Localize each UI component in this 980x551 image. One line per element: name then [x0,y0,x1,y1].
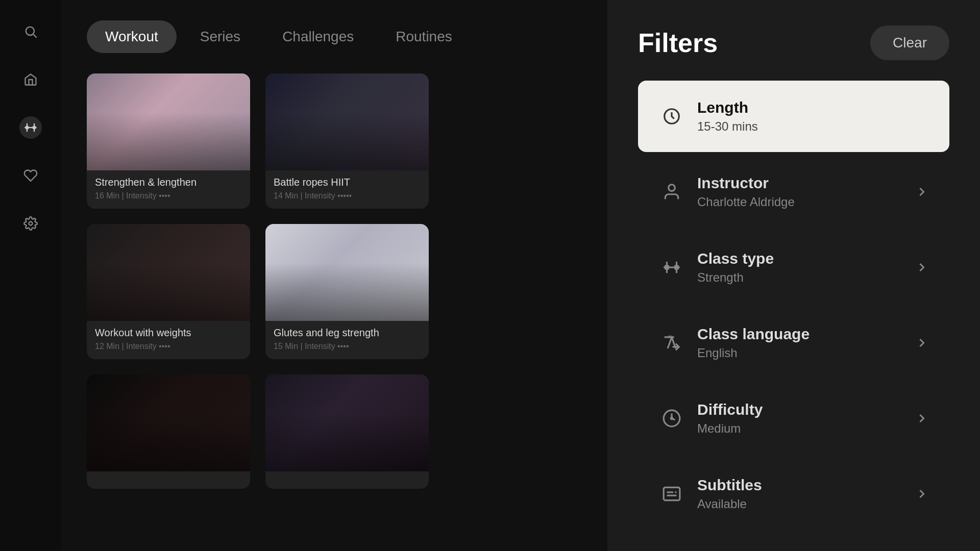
workout-card[interactable]: Battle ropes HIIT 14 Min | Intensity •••… [265,73,429,209]
svg-point-7 [29,222,33,226]
sidebar [0,0,61,551]
filter-item-title: Subtitles [697,477,915,494]
filter-item-subtitles[interactable]: Subtitles Available [638,458,949,530]
filter-header: Filters Clear [638,26,949,60]
clock-icon [658,103,685,130]
filter-item-subtitle: Charlotte Aldridge [697,195,915,209]
card-title: Workout with weights [95,327,242,339]
main-content: Workout Series Challenges Routines Stren… [61,0,607,551]
chevron-right-icon [915,336,929,350]
svg-point-9 [669,185,675,191]
chevron-right-icon [915,411,929,425]
chevron-right-icon [915,185,929,199]
card-image [87,374,250,471]
card-image [265,224,429,321]
filter-item-instructor[interactable]: Instructor Charlotte Aldridge [638,156,949,228]
svg-point-15 [671,417,672,419]
card-title: Strengthen & lengthen [95,177,242,188]
translate-icon [658,330,685,356]
filter-item-title: Difficulty [697,401,915,418]
heart-icon[interactable] [19,164,42,187]
chevron-right-icon [915,260,929,274]
workout-icon[interactable] [19,116,42,139]
card-image [87,224,250,321]
svg-point-0 [26,27,34,35]
settings-icon[interactable] [19,212,42,235]
filter-item-length[interactable]: Length 15-30 mins [638,81,949,152]
card-info: Glutes and leg strength 15 Min | Intensi… [265,321,429,359]
filter-item-subtitle: Available [697,497,915,511]
workout-grid: Strengthen & lengthen 16 Min | Intensity… [87,73,582,489]
card-info: Battle ropes HIIT 14 Min | Intensity •••… [265,170,429,209]
filter-item-subtitle: Strength [697,270,915,285]
tab-workout[interactable]: Workout [87,20,177,53]
filter-item-subtitle: Medium [697,421,915,436]
card-meta: 16 Min | Intensity •••• [95,191,242,201]
filter-item-subtitle: English [697,346,915,360]
person-icon [658,179,685,205]
filter-item-subtitle: 15-30 mins [697,119,929,134]
filter-item-title: Length [697,99,929,116]
chevron-right-icon [915,487,929,501]
filter-item-title: Class language [697,325,915,343]
svg-line-1 [33,34,36,37]
workout-card[interactable] [87,374,250,489]
tab-challenges[interactable]: Challenges [264,20,372,53]
filter-item-difficulty[interactable]: Difficulty Medium [638,383,949,454]
card-image [87,73,250,170]
filter-item-title: Instructor [697,174,915,192]
card-info: Workout with weights 12 Min | Intensity … [87,321,250,359]
gauge-icon [658,405,685,432]
filter-item-class-language[interactable]: Class language English [638,307,949,379]
tab-bar: Workout Series Challenges Routines [87,20,582,53]
card-title: Battle ropes HIIT [274,177,421,188]
card-image [265,374,429,471]
workout-card[interactable]: Workout with weights 12 Min | Intensity … [87,224,250,359]
card-meta: 14 Min | Intensity ••••• [274,191,421,201]
dumbbell-icon [658,254,685,281]
card-image [265,73,429,170]
workout-card[interactable] [265,374,429,489]
filter-item-title: Class type [697,250,915,267]
filter-item-class-type[interactable]: Class type Strength [638,232,949,303]
card-meta: 12 Min | Intensity •••• [95,342,242,351]
home-icon[interactable] [19,68,42,91]
card-info [87,471,250,489]
card-info [265,471,429,489]
filter-title: Filters [638,28,718,58]
workout-card[interactable]: Strengthen & lengthen 16 Min | Intensity… [87,73,250,209]
card-title: Glutes and leg strength [274,327,421,339]
search-icon[interactable] [19,20,42,43]
filter-panel: Filters Clear Length 15-30 mins Instruct… [607,0,980,551]
clear-button[interactable]: Clear [870,26,949,60]
card-meta: 15 Min | Intensity •••• [274,342,421,351]
svg-point-5 [26,127,29,129]
tab-routines[interactable]: Routines [377,20,471,53]
card-info: Strengthen & lengthen 16 Min | Intensity… [87,170,250,209]
subtitles-icon [658,481,685,507]
workout-card[interactable]: Glutes and leg strength 15 Min | Intensi… [265,224,429,359]
svg-point-6 [33,127,36,129]
tab-series[interactable]: Series [182,20,259,53]
svg-rect-16 [664,487,680,500]
